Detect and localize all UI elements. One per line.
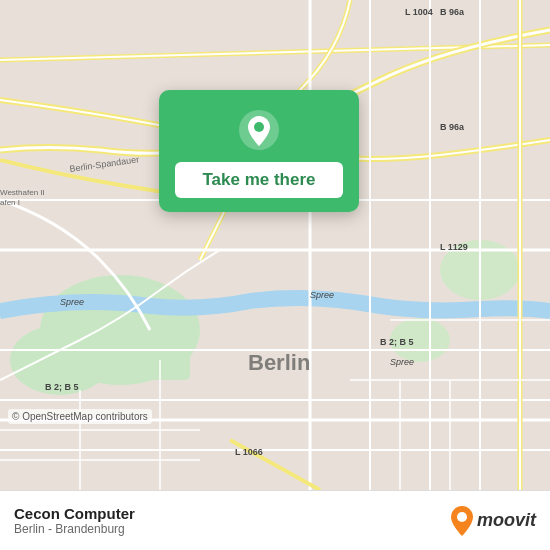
copyright-text: © OpenStreetMap contributors bbox=[8, 409, 152, 424]
moovit-brand-text: moovit bbox=[477, 510, 536, 531]
svg-text:B 96a: B 96a bbox=[440, 7, 465, 17]
moovit-pin-icon bbox=[451, 506, 473, 536]
moovit-logo: moovit bbox=[451, 506, 536, 536]
location-info: Cecon Computer Berlin - Brandenburg bbox=[14, 505, 135, 536]
svg-text:L 1129: L 1129 bbox=[440, 242, 468, 252]
svg-point-44 bbox=[254, 122, 264, 132]
svg-text:Berlin: Berlin bbox=[248, 350, 310, 375]
svg-text:B 2; B 5: B 2; B 5 bbox=[45, 382, 79, 392]
svg-point-45 bbox=[457, 512, 467, 522]
svg-text:afen I: afen I bbox=[0, 198, 20, 207]
svg-text:Westhafen II: Westhafen II bbox=[0, 188, 45, 197]
svg-text:L 1066: L 1066 bbox=[235, 447, 263, 457]
take-me-there-button[interactable]: Take me there bbox=[175, 162, 343, 198]
location-pin-icon bbox=[237, 108, 281, 152]
svg-text:L 1004: L 1004 bbox=[405, 7, 433, 17]
svg-text:B 2; B 5: B 2; B 5 bbox=[380, 337, 414, 347]
map-container: B 96a B 96a L 1129 L 1004 Spree Spree Sp… bbox=[0, 0, 550, 490]
svg-text:B 96a: B 96a bbox=[440, 122, 465, 132]
svg-text:Spree: Spree bbox=[310, 290, 334, 300]
location-name: Cecon Computer bbox=[14, 505, 135, 522]
bottom-bar: Cecon Computer Berlin - Brandenburg moov… bbox=[0, 490, 550, 550]
location-subtitle: Berlin - Brandenburg bbox=[14, 522, 135, 536]
location-card: Take me there bbox=[159, 90, 359, 212]
svg-text:Spree: Spree bbox=[390, 357, 414, 367]
svg-text:Spree: Spree bbox=[60, 297, 84, 307]
